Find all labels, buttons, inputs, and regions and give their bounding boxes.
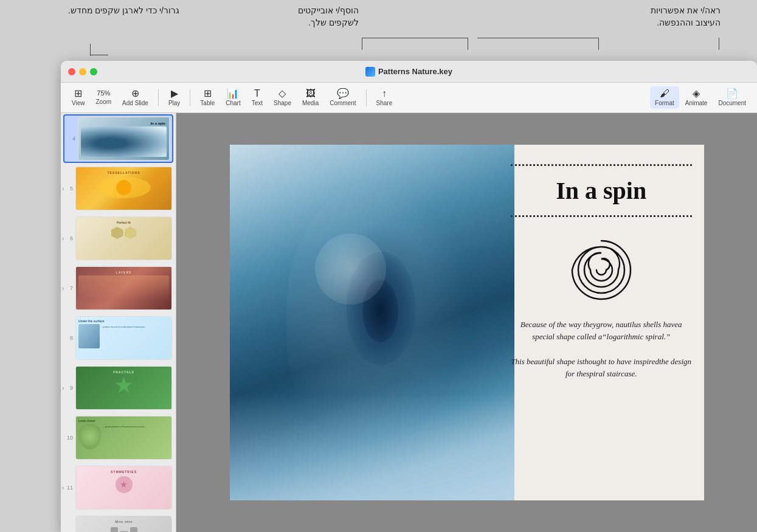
canvas-area: In a spin Because of the way theygrow, n…: [176, 113, 757, 532]
toolbar: ⊞ View 75% Zoom ⊕ Add Slide ▶ Play ⊞ T: [61, 83, 757, 113]
add-slide-icon: ⊕: [131, 89, 139, 98]
annotation-add: הוסף/י אובייקטיםלשקפים שלך.: [298, 5, 359, 29]
comment-label: Comment: [330, 100, 356, 106]
window-title: Patterns Nature.key: [365, 67, 452, 77]
shape-button[interactable]: ◇ Shape: [269, 86, 296, 109]
zoom-label: Zoom: [96, 98, 112, 105]
play-button[interactable]: ▶ Play: [164, 86, 185, 109]
document-icon: 📄: [726, 89, 738, 98]
main-content: 4 In a spin › 5 TESSELLATIONS: [61, 113, 757, 532]
window-title-text: Patterns Nature.key: [378, 67, 452, 76]
toolbar-play-group: ▶ Play: [164, 86, 185, 109]
chart-icon: 📊: [227, 89, 239, 98]
slide-item-12[interactable]: Mirror, mirror: [61, 513, 176, 532]
app-window: Patterns Nature.key ⊞ View 75% Zoom ⊕ Ad…: [61, 61, 757, 532]
traffic-lights: [68, 68, 97, 75]
slide-num-9: 9: [64, 385, 73, 391]
slide-item-4[interactable]: 4 In a spin: [63, 114, 173, 163]
add-slide-button[interactable]: ⊕ Add Slide: [117, 86, 153, 109]
slide-num-4: 4: [67, 136, 75, 142]
chart-label: Chart: [226, 100, 240, 106]
slide-item-6[interactable]: › 6 Perfect fit: [61, 214, 176, 263]
keynote-app-icon: [365, 67, 375, 77]
annotation-view-line-right: [719, 38, 719, 50]
slide-thumb-11: SYMMETRIES: [75, 466, 172, 510]
annotation-view: ראה/י את אפשרויותהעיצוב וההנפשה.: [651, 5, 721, 29]
slide-num-7: 7: [64, 285, 73, 291]
media-label: Media: [302, 100, 319, 106]
slide-thumb-6: Perfect fit: [75, 216, 172, 260]
slide-canvas[interactable]: In a spin Because of the way theygrow, n…: [230, 145, 704, 500]
zoom-button[interactable]: 75% Zoom: [91, 88, 117, 108]
slide-title: In a spin: [556, 176, 646, 205]
slide-body-2: This beautiful shape isthought to have i…: [511, 356, 692, 379]
spiral-container: [562, 230, 641, 309]
slide-item-5[interactable]: › 5 TESSELLATIONS: [61, 164, 176, 213]
slide-item-9[interactable]: › 9 FRACTALS: [61, 364, 176, 412]
slide-item-11[interactable]: › 11 SYMMETRIES: [61, 463, 176, 512]
slide-thumb-img-4: In a spin: [78, 117, 169, 160]
slide-item-7[interactable]: › 7 LAYERS: [61, 264, 176, 313]
chart-button[interactable]: 📊 Chart: [221, 86, 245, 109]
slide-collapse-5[interactable]: ›: [62, 185, 64, 192]
titlebar: Patterns Nature.key: [61, 61, 757, 83]
slide-thumb-9: FRACTALS: [75, 366, 172, 410]
document-button[interactable]: 📄 Document: [713, 86, 751, 109]
toolbar-divider-3: [366, 89, 367, 106]
slide-panel[interactable]: 4 In a spin › 5 TESSELLATIONS: [61, 113, 176, 532]
annotation-view-line-left: [598, 38, 599, 50]
annotation-area: גרור/י כדי לארגן שקפים מחדש. הוסף/י אובי…: [0, 0, 757, 61]
share-button[interactable]: ↑ Share: [372, 86, 398, 109]
slide-item-10[interactable]: 10 Look closer ...spiral pattern in Roma…: [61, 413, 176, 462]
play-icon: ▶: [171, 89, 178, 98]
slide-thumb-8: Under the surface ...pattern found in un…: [75, 316, 172, 360]
view-button[interactable]: ⊞ View: [67, 86, 90, 109]
comment-button[interactable]: 💬 Comment: [325, 86, 361, 109]
slide-thumb-img-6: Perfect fit: [76, 217, 171, 260]
view-label: View: [72, 100, 85, 106]
animate-icon: ◈: [693, 89, 700, 98]
slide-collapse-9[interactable]: ›: [62, 385, 64, 392]
toolbar-insert-group: ⊞ Table 📊 Chart T Text ◇ Shape 🖼 Media 💬: [195, 86, 361, 109]
media-button[interactable]: 🖼 Media: [297, 86, 323, 109]
animate-button[interactable]: ◈ Animate: [680, 86, 713, 109]
animate-label: Animate: [685, 100, 708, 106]
slide-thumb-10: Look closer ...spiral pattern in Romanes…: [75, 416, 172, 460]
share-icon: ↑: [382, 89, 387, 98]
slide-thumb-img-9: FRACTALS: [76, 367, 171, 409]
table-button[interactable]: ⊞ Table: [195, 86, 219, 109]
format-icon: 🖌: [660, 89, 669, 98]
annotation-view-line-top: [477, 38, 599, 38]
slide-thumb-img-11: SYMMETRIES: [76, 466, 171, 509]
annotation-add-line-right: [468, 38, 468, 50]
document-label: Document: [718, 100, 746, 106]
slide-collapse-6[interactable]: ›: [62, 235, 64, 242]
close-button[interactable]: [68, 68, 75, 75]
slide-num-8: 8: [64, 335, 73, 341]
slide-thumb-5: TESSELLATIONS: [75, 167, 172, 210]
slide-thumb-img-12: Mirror, mirror: [76, 516, 171, 532]
slide-thumb-img-5: TESSELLATIONS: [76, 167, 171, 210]
slide-text-area: In a spin Because of the way theygrow, n…: [505, 145, 704, 500]
toolbar-share-group: ↑ Share: [372, 86, 398, 109]
slide-item-8[interactable]: 8 Under the surface ...pattern found in …: [61, 314, 176, 362]
slide-body-1: Because of the way theygrow, nautilus sh…: [511, 319, 692, 342]
annotation-drag-line: [90, 44, 91, 56]
slide-collapse-7[interactable]: ›: [62, 285, 64, 292]
slide-thumb-img-10: Look closer ...spiral pattern in Romanes…: [76, 416, 171, 459]
zoom-window-button[interactable]: [90, 68, 97, 75]
slide-collapse-11[interactable]: ›: [62, 485, 64, 491]
table-icon: ⊞: [204, 89, 212, 98]
shape-icon: ◇: [278, 89, 286, 98]
slide-thumb-img-8: Under the surface ...pattern found in un…: [76, 317, 171, 359]
media-icon: 🖼: [306, 89, 316, 98]
dotted-line-bottom: [511, 215, 692, 217]
minimize-button[interactable]: [79, 68, 86, 75]
format-button[interactable]: 🖌 Format: [650, 86, 679, 109]
add-slide-label: Add Slide: [122, 100, 148, 106]
slide-num-5: 5: [64, 185, 73, 192]
slide-num-10: 10: [64, 435, 73, 441]
slide-thumb-12: Mirror, mirror: [75, 516, 172, 532]
zoom-value: 75%: [97, 90, 110, 97]
text-button[interactable]: T Text: [247, 86, 268, 109]
